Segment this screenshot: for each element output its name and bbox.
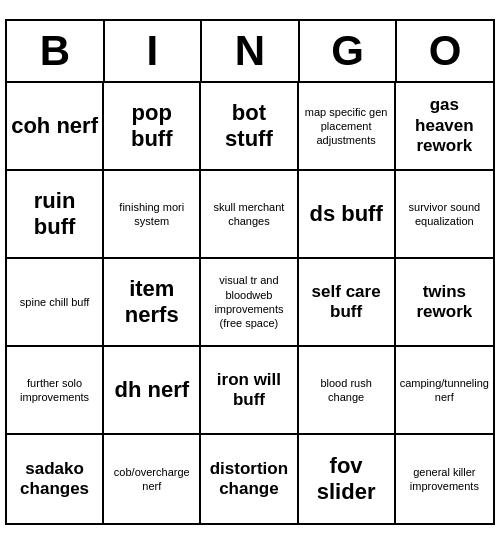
bingo-cell-20: sadako changes: [7, 435, 104, 523]
bingo-header: BINGO: [7, 21, 493, 83]
bingo-cell-5: ruin buff: [7, 171, 104, 259]
bingo-cell-text-24: general killer improvements: [400, 465, 489, 494]
bingo-cell-text-14: twins rework: [400, 282, 489, 323]
bingo-cell-1: pop buff: [104, 83, 201, 171]
bingo-cell-23: fov slider: [299, 435, 396, 523]
bingo-cell-7: skull merchant changes: [201, 171, 298, 259]
bingo-cell-text-11: item nerfs: [108, 276, 195, 329]
bingo-cell-text-12: visual tr and bloodweb improvements (fre…: [205, 273, 292, 330]
bingo-cell-3: map specific gen placement adjustments: [299, 83, 396, 171]
bingo-cell-text-9: survivor sound equalization: [400, 200, 489, 229]
bingo-cell-text-13: self care buff: [303, 282, 390, 323]
bingo-cell-8: ds buff: [299, 171, 396, 259]
bingo-letter-b: B: [7, 21, 105, 83]
bingo-cell-text-19: camping/tunneling nerf: [400, 376, 489, 405]
bingo-cell-text-10: spine chill buff: [20, 295, 90, 309]
bingo-letter-i: I: [105, 21, 203, 83]
bingo-cell-13: self care buff: [299, 259, 396, 347]
bingo-cell-12: visual tr and bloodweb improvements (fre…: [201, 259, 298, 347]
bingo-cell-text-20: sadako changes: [11, 459, 98, 500]
bingo-cell-text-1: pop buff: [108, 100, 195, 153]
bingo-cell-text-18: blood rush change: [303, 376, 390, 405]
bingo-cell-16: dh nerf: [104, 347, 201, 435]
bingo-cell-text-7: skull merchant changes: [205, 200, 292, 229]
bingo-cell-6: finishing mori system: [104, 171, 201, 259]
bingo-letter-g: G: [300, 21, 398, 83]
bingo-cell-text-21: cob/overcharge nerf: [108, 465, 195, 494]
bingo-cell-14: twins rework: [396, 259, 493, 347]
bingo-cell-text-17: iron will buff: [205, 370, 292, 411]
bingo-card: BINGO coh nerfpop buffbot stuffmap speci…: [5, 19, 495, 525]
bingo-cell-18: blood rush change: [299, 347, 396, 435]
bingo-cell-11: item nerfs: [104, 259, 201, 347]
bingo-letter-o: O: [397, 21, 493, 83]
bingo-cell-22: distortion change: [201, 435, 298, 523]
bingo-cell-text-3: map specific gen placement adjustments: [303, 105, 390, 148]
bingo-cell-17: iron will buff: [201, 347, 298, 435]
bingo-cell-21: cob/overcharge nerf: [104, 435, 201, 523]
bingo-cell-text-4: gas heaven rework: [400, 95, 489, 156]
bingo-cell-10: spine chill buff: [7, 259, 104, 347]
bingo-cell-0: coh nerf: [7, 83, 104, 171]
bingo-cell-text-23: fov slider: [303, 453, 390, 506]
bingo-cell-24: general killer improvements: [396, 435, 493, 523]
bingo-cell-text-16: dh nerf: [114, 377, 189, 403]
bingo-cell-9: survivor sound equalization: [396, 171, 493, 259]
bingo-grid: coh nerfpop buffbot stuffmap specific ge…: [7, 83, 493, 523]
bingo-cell-15: further solo improvements: [7, 347, 104, 435]
bingo-cell-4: gas heaven rework: [396, 83, 493, 171]
bingo-cell-text-22: distortion change: [205, 459, 292, 500]
bingo-cell-2: bot stuff: [201, 83, 298, 171]
bingo-cell-text-6: finishing mori system: [108, 200, 195, 229]
bingo-cell-text-15: further solo improvements: [11, 376, 98, 405]
bingo-letter-n: N: [202, 21, 300, 83]
bingo-cell-text-5: ruin buff: [11, 188, 98, 241]
bingo-cell-text-8: ds buff: [309, 201, 382, 227]
bingo-cell-text-0: coh nerf: [11, 113, 98, 139]
bingo-cell-19: camping/tunneling nerf: [396, 347, 493, 435]
bingo-cell-text-2: bot stuff: [205, 100, 292, 153]
